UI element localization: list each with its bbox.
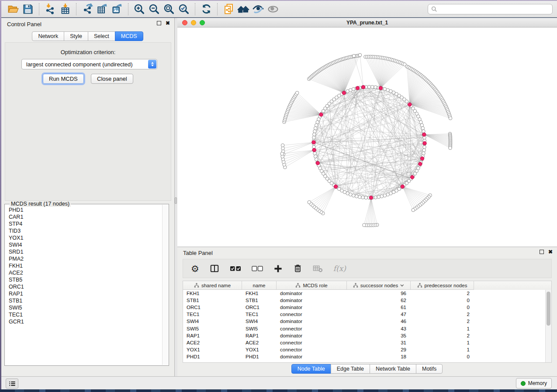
table-row[interactable]: TEC1TEC1connector472 <box>183 311 551 318</box>
table-cell[interactable]: 18 <box>347 354 411 359</box>
close-table-panel-icon[interactable]: ✖ <box>548 250 553 254</box>
clone-network-button[interactable] <box>221 2 236 16</box>
table-cell[interactable]: connector <box>277 340 347 345</box>
table-row[interactable]: SWI4SWI4dominator462 <box>183 318 551 325</box>
table-cell[interactable]: 0 <box>411 298 474 303</box>
table-cell[interactable]: dominator <box>277 319 347 324</box>
close-panel-button[interactable]: Close panel <box>91 74 133 84</box>
table-cell[interactable]: 0 <box>411 354 474 359</box>
table-cell[interactable]: FKH1 <box>242 291 277 296</box>
zoom-out-button[interactable] <box>147 2 162 16</box>
run-mcds-button[interactable]: Run MCDS <box>43 74 84 84</box>
mcds-list-item[interactable]: SRD1 <box>6 248 162 255</box>
column-header-shared-name[interactable]: shared name <box>183 281 242 290</box>
column-header-successor-nodes[interactable]: successor nodes <box>347 281 411 290</box>
zoom-fit-button[interactable] <box>162 2 176 16</box>
table-cell[interactable]: 47 <box>347 312 411 317</box>
table-scrollbar[interactable] <box>545 290 551 362</box>
table-cell[interactable]: STB1 <box>183 298 242 303</box>
table-cell[interactable]: 1 <box>411 347 474 352</box>
export-image-button[interactable] <box>110 2 125 16</box>
table-cell[interactable]: ORC1 <box>242 305 277 310</box>
mcds-list-item[interactable]: CAR1 <box>6 213 162 220</box>
show-columns-button[interactable] <box>210 264 219 273</box>
add-row-button[interactable] <box>273 264 283 273</box>
table-cell[interactable]: connector <box>277 326 347 331</box>
table-row[interactable]: YOX1YOX1connector291 <box>183 346 551 353</box>
export-table-button[interactable] <box>95 2 110 16</box>
deselect-all-button[interactable] <box>252 265 263 272</box>
network-graph[interactable] <box>177 28 557 247</box>
zoom-selected-button[interactable] <box>176 2 191 16</box>
mcds-list-item[interactable]: PMA2 <box>6 255 162 262</box>
zoom-in-button[interactable] <box>132 2 147 16</box>
column-header-predecessor-nodes[interactable]: predecessor nodes <box>411 281 474 290</box>
table-cell[interactable]: 62 <box>347 298 411 303</box>
result-scrollbar[interactable] <box>162 205 168 365</box>
table-cell[interactable]: 1 <box>411 340 474 345</box>
first-neighbors-button[interactable] <box>236 2 251 16</box>
network-canvas[interactable] <box>177 28 557 247</box>
mcds-list-item[interactable]: STB1 <box>6 297 162 304</box>
search-input[interactable] <box>439 6 549 13</box>
table-row[interactable]: FKH1FKH1dominator962 <box>183 290 551 297</box>
select-all-button[interactable] <box>230 265 241 272</box>
close-panel-icon[interactable]: ✖ <box>166 21 170 25</box>
table-cell[interactable]: TEC1 <box>183 312 242 317</box>
table-cell[interactable]: PHD1 <box>183 354 242 359</box>
table-cell[interactable]: 2 <box>411 291 474 296</box>
export-network-button[interactable] <box>80 2 95 16</box>
table-cell[interactable]: ACE2 <box>242 340 277 345</box>
table-row[interactable]: SWI5SWI5connector431 <box>183 325 551 332</box>
criterion-dropdown[interactable]: largest connected component (undirected) <box>21 59 157 69</box>
tab-style[interactable]: Style <box>64 31 88 41</box>
table-row[interactable]: RAP1RAP1dominator352 <box>183 332 551 339</box>
tab-node-table[interactable]: Node Table <box>291 364 331 374</box>
table-cell[interactable]: 1 <box>411 326 474 331</box>
table-cell[interactable]: 2 <box>411 319 474 324</box>
float-panel-icon[interactable] <box>157 21 161 25</box>
table-cell[interactable]: STB1 <box>242 298 277 303</box>
table-cell[interactable]: YOX1 <box>183 347 242 352</box>
table-cell[interactable]: 96 <box>347 291 411 296</box>
mcds-list-item[interactable]: FKH1 <box>6 262 162 269</box>
column-header-mcds-role[interactable]: MCDS role <box>277 281 347 290</box>
refresh-button[interactable] <box>199 2 214 16</box>
table-cell[interactable]: RAP1 <box>183 333 242 338</box>
table-cell[interactable]: connector <box>277 312 347 317</box>
tab-network[interactable]: Network <box>32 31 64 41</box>
table-cell[interactable]: SWI4 <box>242 319 277 324</box>
tab-mcds[interactable]: MCDS <box>115 31 143 41</box>
mcds-list-item[interactable]: ACE2 <box>6 269 162 276</box>
table-cell[interactable]: TEC1 <box>242 312 277 317</box>
table-cell[interactable]: dominator <box>277 333 347 338</box>
float-table-panel-icon[interactable] <box>540 250 544 254</box>
table-cell[interactable]: 29 <box>347 347 411 352</box>
table-cell[interactable]: 0 <box>411 305 474 310</box>
table-cell[interactable]: 2 <box>411 333 474 338</box>
table-cell[interactable]: dominator <box>277 298 347 303</box>
table-cell[interactable]: 2 <box>411 312 474 317</box>
table-cell[interactable]: RAP1 <box>242 333 277 338</box>
table-scrollbar-thumb[interactable] <box>547 292 550 326</box>
table-cell[interactable]: ORC1 <box>183 305 242 310</box>
table-row[interactable]: ACE2ACE2connector311 <box>183 339 551 346</box>
table-cell[interactable]: 31 <box>347 340 411 345</box>
function-builder-button[interactable]: f(x) <box>333 264 346 273</box>
show-all-button[interactable] <box>266 2 280 16</box>
table-row[interactable]: ORC1ORC1dominator610 <box>183 304 551 311</box>
search-field[interactable] <box>428 4 553 14</box>
tab-network-table[interactable]: Network Table <box>370 364 416 374</box>
delete-row-button[interactable] <box>293 264 302 273</box>
table-cell[interactable]: connector <box>277 347 347 352</box>
mcds-result-list[interactable]: PHD1CAR1STP4TID3YOX1SWI4SRD1PMA2FKH1ACE2… <box>6 206 162 364</box>
table-cell[interactable]: SWI4 <box>183 319 242 324</box>
mcds-list-item[interactable]: YOX1 <box>6 234 162 241</box>
table-row[interactable]: STB1STB1dominator620 <box>183 297 551 304</box>
table-cell[interactable]: dominator <box>277 354 347 359</box>
column-header-name[interactable]: name <box>242 281 277 290</box>
splitter-handle-icon[interactable] <box>175 197 177 204</box>
table-cell[interactable]: 35 <box>347 333 411 338</box>
mcds-list-item[interactable]: STB5 <box>6 276 162 283</box>
table-cell[interactable]: ACE2 <box>183 340 242 345</box>
